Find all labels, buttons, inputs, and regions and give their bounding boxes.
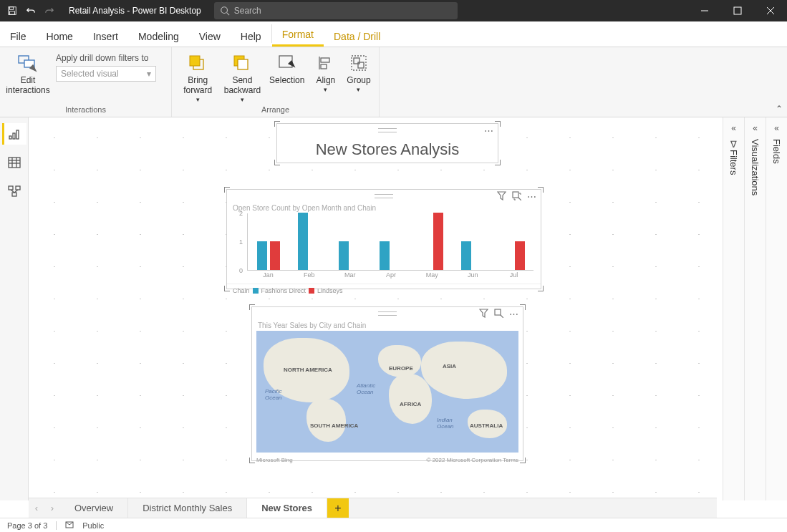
tab-modeling[interactable]: Modeling (128, 25, 189, 47)
page-tabs: ‹ › Overview District Monthly Sales New … (29, 498, 717, 518)
ribbon-tabs: File Home Insert Modeling View Help Form… (0, 21, 787, 47)
tab-help[interactable]: Help (231, 25, 271, 47)
svg-rect-6 (734, 7, 741, 14)
page-nav-next[interactable]: › (44, 498, 60, 518)
search-placeholder: Search (234, 6, 261, 16)
sensitivity-icon (65, 521, 74, 531)
expand-icon: « (753, 123, 758, 133)
page-indicator: Page 3 of 3 (7, 521, 47, 530)
tab-insert[interactable]: Insert (83, 25, 128, 47)
page-tab-new-stores[interactable]: New Stores (247, 498, 327, 518)
search-box[interactable]: Search (214, 2, 458, 19)
status-bar: Page 3 of 3 Public (0, 518, 787, 532)
drill-filter-combo[interactable]: Selected visual ▾ (56, 66, 156, 82)
more-options-icon[interactable]: ⋯ (527, 191, 536, 203)
focus-mode-icon[interactable] (512, 191, 521, 203)
svg-rect-1 (10, 7, 14, 10)
svg-rect-2 (10, 11, 15, 14)
redo-button[interactable] (42, 3, 57, 19)
page-tab-overview[interactable]: Overview (60, 498, 128, 518)
report-view-button[interactable] (2, 123, 26, 145)
add-page-button[interactable]: + (327, 498, 349, 518)
focus-mode-icon[interactable] (494, 309, 503, 320)
svg-rect-36 (495, 309, 501, 315)
visual-header[interactable]: ⋯ (252, 307, 523, 320)
more-options-icon[interactable]: ⋯ (509, 309, 518, 320)
tab-format[interactable]: Format (272, 23, 324, 47)
save-button[interactable] (4, 3, 20, 19)
visual-header[interactable]: ⋯ (277, 124, 498, 137)
app-title: Retail Analysis - Power BI Desktop (62, 6, 208, 16)
svg-rect-20 (354, 58, 359, 64)
map-title: This Year Sales by City and Chain (252, 320, 523, 329)
svg-line-4 (226, 13, 229, 16)
svg-point-3 (221, 7, 228, 14)
svg-rect-25 (9, 158, 20, 168)
report-canvas[interactable]: ⋯ New Stores Analysis ⋯ Open (33, 122, 718, 496)
minimize-button[interactable] (688, 0, 721, 21)
expand-icon: « (731, 123, 736, 133)
selection-pane-button[interactable]: Selection (269, 50, 306, 86)
chart-plot-area: 012JanFebMarAprMayJunJul (247, 213, 533, 271)
undo-button[interactable] (23, 3, 39, 19)
title-text-visual[interactable]: ⋯ New Stores Analysis (276, 123, 498, 163)
data-view-button[interactable] (2, 152, 26, 173)
ribbon: Edit interactions Apply drill down filte… (0, 47, 787, 117)
svg-rect-17 (321, 58, 329, 62)
main-area: ⋯ New Stores Analysis ⋯ Open (0, 117, 787, 500)
svg-rect-14 (238, 59, 248, 69)
model-view-button[interactable] (2, 180, 26, 202)
sensitivity-label: Public (82, 521, 104, 530)
map-visual[interactable]: ⋯ This Year Sales by City and Chain NORT… (251, 306, 523, 461)
edit-interactions-button[interactable]: Edit interactions (7, 50, 49, 96)
fields-pane-collapsed[interactable]: « Fields (766, 117, 787, 500)
visualizations-pane-collapsed[interactable]: « Visualizations (744, 117, 766, 500)
svg-rect-12 (190, 56, 200, 66)
map-attribution-left: Microsoft Bing (256, 457, 293, 463)
group-button[interactable]: Group▾ (346, 50, 372, 93)
svg-rect-32 (12, 193, 16, 196)
send-backward-button[interactable]: Send backward▾ (223, 50, 261, 103)
svg-rect-23 (13, 133, 15, 139)
canvas-wrap: ⋯ New Stores Analysis ⋯ Open (29, 117, 723, 500)
chevron-down-icon: ▾ (147, 69, 151, 79)
collapse-ribbon-button[interactable]: ⌃ (776, 104, 783, 114)
filter-icon[interactable] (479, 309, 488, 320)
chart-legend: Chain Fashions Direct Lindseys (227, 284, 541, 297)
tab-view[interactable]: View (189, 25, 231, 47)
quick-access-toolbar (0, 3, 62, 19)
filters-pane-collapsed[interactable]: « ∇ Filters (723, 117, 744, 500)
svg-rect-35 (513, 192, 518, 198)
tab-data-drill[interactable]: Data / Drill (324, 25, 390, 47)
bring-forward-button[interactable]: Bring forward▾ (179, 50, 216, 103)
tab-home[interactable]: Home (37, 25, 83, 47)
visual-header[interactable]: ⋯ (227, 190, 541, 203)
title-text: New Stores Analysis (277, 137, 498, 163)
filter-icon[interactable] (497, 191, 506, 203)
tab-file[interactable]: File (0, 25, 37, 47)
svg-rect-22 (9, 136, 11, 139)
title-bar: Retail Analysis - Power BI Desktop Searc… (0, 0, 787, 21)
map-attribution-right: © 2022 Microsoft Corporation Terms (427, 457, 518, 463)
view-rail (0, 117, 29, 500)
align-button[interactable]: Align▾ (313, 50, 339, 93)
drill-filter-block: Apply drill down filters to Selected vis… (56, 50, 156, 82)
svg-rect-31 (16, 186, 20, 190)
map-body[interactable]: NORTH AMERICA SOUTH AMERICA EUROPE AFRIC… (256, 331, 518, 453)
window-controls (688, 0, 787, 21)
close-button[interactable] (754, 0, 787, 21)
expand-icon: « (774, 123, 779, 133)
more-options-icon[interactable]: ⋯ (484, 125, 493, 136)
svg-rect-24 (16, 130, 19, 139)
maximize-button[interactable] (721, 0, 754, 21)
chart-title: Open Store Count by Open Month and Chain (227, 203, 541, 212)
svg-rect-18 (321, 64, 327, 69)
svg-rect-30 (9, 186, 13, 190)
page-tab-district[interactable]: District Monthly Sales (128, 498, 247, 518)
bar-chart-visual[interactable]: ⋯ Open Store Count by Open Month and Cha… (226, 189, 541, 289)
svg-rect-21 (358, 62, 364, 68)
page-nav-prev[interactable]: ‹ (29, 498, 44, 518)
